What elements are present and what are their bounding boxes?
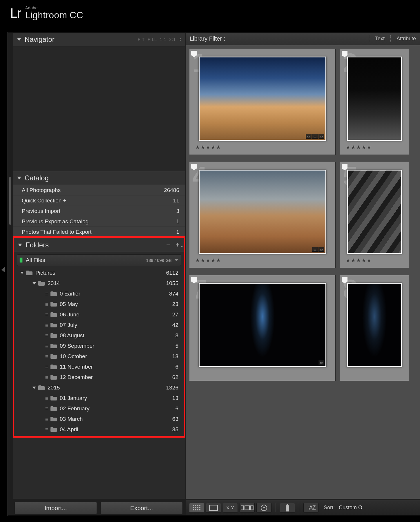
grid-cell[interactable]: 5★★★★★	[340, 162, 409, 268]
folder-count: 63	[172, 416, 178, 422]
folder-row[interactable]: 20151326	[14, 383, 184, 393]
navigator-zoom-levels: FIT FILL 1:1 2:1	[138, 37, 182, 42]
remove-folder-button[interactable]: −	[165, 242, 171, 248]
rating-stars[interactable]: ★★★★★	[195, 258, 221, 263]
folder-row[interactable]: Pictures6112	[14, 268, 184, 278]
folder-icon	[50, 323, 57, 327]
chevron-down-icon	[17, 177, 21, 180]
left-panel: Navigator FIT FILL 1:1 2:1 Catalog All P…	[13, 32, 185, 499]
folders-header[interactable]: Folders − +	[14, 238, 184, 252]
compare-icon: X|Y	[227, 505, 234, 510]
volume-status-light-icon	[20, 258, 22, 262]
export-button[interactable]: Export...	[100, 502, 183, 514]
folder-row[interactable]: 10 October13	[14, 351, 184, 362]
chevron-down-icon[interactable]	[20, 272, 24, 274]
zoom-fill[interactable]: FILL	[148, 37, 157, 42]
folder-count: 6112	[166, 270, 178, 276]
left-panel-collapse-handle[interactable]	[1, 267, 5, 273]
folders-panel-highlight: Folders − + All Files 139 / 699 GB Pictu…	[13, 236, 185, 438]
leaf-icon	[45, 418, 48, 420]
filter-text-tab[interactable]: Text	[375, 36, 385, 42]
thumbnail-image[interactable]: ▭▭	[199, 170, 326, 254]
catalog-header[interactable]: Catalog	[13, 171, 185, 185]
navigator-header[interactable]: Navigator FIT FILL 1:1 2:1	[13, 32, 185, 46]
folder-row[interactable]: 09 September5	[14, 341, 184, 351]
volume-row[interactable]: All Files 139 / 699 GB	[17, 254, 181, 266]
catalog-row[interactable]: Quick Collection +11	[13, 195, 185, 206]
zoom-2-1[interactable]: 2:1	[169, 37, 176, 42]
folder-row[interactable]: 0 Earlier874	[14, 289, 184, 299]
import-button[interactable]: Import...	[15, 502, 97, 514]
folder-row[interactable]: 03 March63	[14, 414, 184, 424]
folders-title: Folders	[26, 241, 165, 249]
sort-direction-button[interactable]: ↑AZ	[303, 503, 318, 513]
rating-stars[interactable]: ★★★★★	[195, 144, 221, 150]
painter-tool-button[interactable]	[280, 503, 295, 513]
thumbnail-image[interactable]: ▭▭▭	[199, 57, 326, 141]
rating-stars[interactable]: ★★★★★	[346, 258, 372, 263]
chevron-down-icon[interactable]	[175, 259, 178, 261]
folder-row[interactable]: 06 June27	[14, 309, 184, 320]
folder-count: 42	[172, 322, 178, 328]
thumbnail-image[interactable]	[347, 170, 402, 254]
catalog-row[interactable]: Previous Import3	[13, 206, 185, 216]
thumbnail-image[interactable]	[347, 283, 402, 367]
thumbnail-grid[interactable]: 1▭▭▭★★★★★2★★★★★4▭▭★★★★★5★★★★★7▭8	[186, 45, 420, 499]
folder-row[interactable]: 20141055	[14, 278, 184, 289]
leaf-icon	[45, 292, 48, 295]
grid-cell[interactable]: 7▭	[189, 275, 336, 381]
chevron-down-icon[interactable]	[32, 282, 36, 284]
chevron-down-icon[interactable]	[32, 387, 36, 389]
folder-count: 13	[172, 395, 178, 401]
folder-row[interactable]: 05 May23	[14, 299, 184, 309]
folder-row[interactable]: 07 July42	[14, 320, 184, 330]
folder-count: 1326	[166, 385, 178, 391]
thumb-badge-icon: ▭	[318, 247, 324, 252]
grid-view-button[interactable]	[189, 503, 204, 513]
thumbnail-image[interactable]	[347, 57, 402, 141]
folder-row[interactable]: 12 December62	[14, 372, 184, 383]
folder-label: 09 September	[60, 343, 175, 349]
folder-label: 11 November	[60, 364, 175, 370]
brand-label: Adobe	[25, 6, 83, 10]
leaf-icon	[45, 355, 48, 358]
add-folder-button[interactable]: +	[174, 242, 181, 248]
library-filter-bar: Library Filter : Text Attribute	[186, 32, 420, 45]
left-scrollbar[interactable]	[9, 177, 11, 225]
folder-icon	[50, 417, 57, 421]
filter-attribute-tab[interactable]: Attribute	[397, 36, 416, 42]
zoom-stepper[interactable]	[179, 38, 182, 41]
folder-row[interactable]: 11 November6	[14, 362, 184, 372]
chevron-down-icon	[17, 38, 21, 41]
folder-row[interactable]: 08 August3	[14, 330, 184, 341]
grid-cell[interactable]: 1▭▭▭★★★★★	[189, 49, 336, 155]
rating-stars[interactable]: ★★★★★	[346, 144, 372, 150]
catalog-row[interactable]: Photos That Failed to Export1	[13, 227, 185, 237]
grid-cell[interactable]: 4▭▭★★★★★	[189, 162, 336, 268]
grid-cell[interactable]: 2★★★★★	[340, 49, 409, 155]
folder-count: 27	[172, 311, 178, 318]
folder-label: 2014	[48, 280, 166, 287]
zoom-fit[interactable]: FIT	[138, 37, 145, 42]
navigator-preview[interactable]	[13, 46, 185, 171]
compare-view-button[interactable]: X|Y	[223, 503, 238, 513]
survey-view-button[interactable]	[240, 503, 255, 513]
catalog-row[interactable]: Previous Export as Catalog1	[13, 216, 185, 227]
zoom-1-1[interactable]: 1:1	[160, 37, 166, 42]
thumbnail-image[interactable]: ▭	[199, 283, 326, 367]
leaf-icon	[45, 324, 48, 327]
sort-value-dropdown[interactable]: Custom O	[339, 505, 362, 511]
catalog-row[interactable]: All Photographs26486	[13, 185, 185, 195]
grid-cell[interactable]: 8	[340, 275, 409, 381]
loupe-view-button[interactable]	[206, 503, 221, 513]
people-view-button[interactable]	[256, 503, 271, 513]
spray-can-icon	[285, 504, 290, 512]
leaf-icon	[45, 376, 48, 379]
folder-row[interactable]: 01 January13	[14, 393, 184, 403]
folder-label: 12 December	[60, 374, 172, 380]
folder-label: 02 February	[60, 405, 175, 412]
folder-row[interactable]: 02 February6	[14, 403, 184, 414]
thumb-badge-icon: ▭	[318, 360, 324, 365]
folder-row[interactable]: 04 April35	[14, 424, 184, 435]
catalog-row-label: Previous Import	[22, 208, 176, 214]
